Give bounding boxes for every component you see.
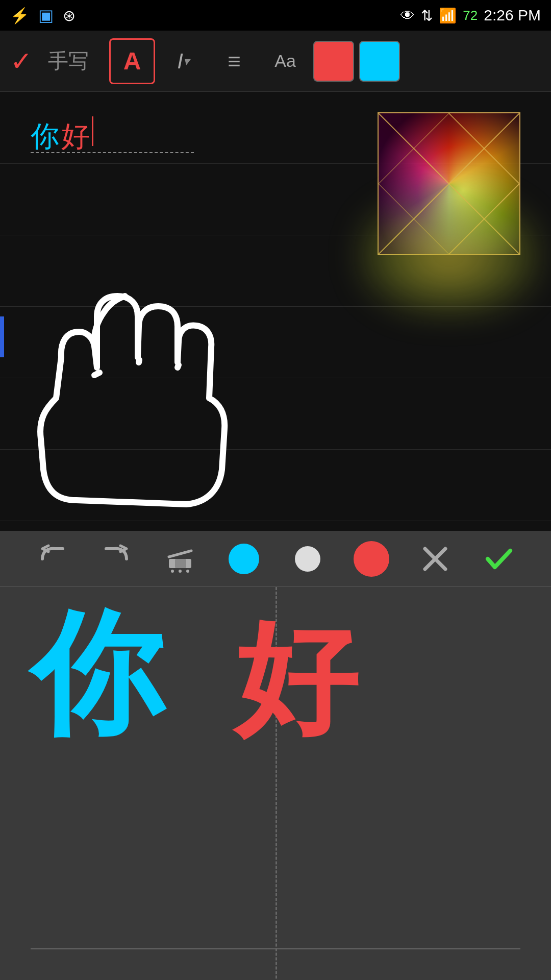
canvas-text-area: 你 好 (31, 116, 93, 156)
redo-button[interactable] (96, 538, 137, 579)
teal-dot (229, 544, 259, 574)
text-underline (31, 152, 194, 153)
italic-button[interactable]: I ▾ (160, 38, 206, 84)
cancel-icon (420, 544, 450, 574)
canvas-area: 你 好 (0, 92, 551, 531)
hand-cursor-illustration (15, 255, 260, 521)
hw-char-hao: 好 (235, 618, 357, 740)
svg-line-12 (169, 551, 191, 557)
svg-line-8 (139, 360, 139, 362)
color-glow (357, 194, 541, 316)
color-teal-button[interactable] (223, 538, 264, 579)
redo-icon (101, 544, 132, 574)
red-dot (354, 541, 389, 577)
usb-icon: ⚡ (10, 7, 29, 24)
erase-icon (165, 544, 195, 574)
h-line-6 (0, 521, 551, 521)
svg-point-15 (186, 570, 189, 573)
clock: 2:26 PM (484, 7, 541, 24)
wifi-icon: ⊛ (63, 7, 76, 24)
confirm-icon (484, 544, 514, 574)
font-style-button[interactable]: A (109, 38, 155, 84)
svg-rect-11 (175, 559, 186, 568)
align-button[interactable]: ≡ (211, 38, 257, 84)
italic-chevron: ▾ (183, 54, 189, 68)
font-size-button[interactable]: Aa (262, 38, 308, 84)
hw-baseline (31, 948, 520, 949)
color-red-button[interactable] (351, 538, 392, 579)
svg-line-7 (94, 373, 99, 375)
svg-point-13 (171, 570, 174, 573)
handwriting-panel: 你 好 (0, 531, 551, 980)
undo-button[interactable] (32, 538, 73, 579)
text-cursor (92, 116, 93, 146)
toolbar-title: 手写 (48, 47, 89, 75)
font-btn-label: A (123, 47, 141, 75)
sync-icon: ⇅ (421, 7, 433, 24)
confirm-hw-button[interactable] (479, 538, 519, 579)
italic-btn-label: I (177, 49, 183, 74)
hw-char-ni: 你 (31, 607, 163, 740)
erase-button[interactable] (160, 538, 201, 579)
battery-level: 72 (463, 8, 478, 23)
text-color-cyan-button[interactable] (359, 41, 400, 82)
svg-point-14 (179, 570, 182, 573)
white-dot (295, 546, 320, 572)
canvas-char-ni: 你 (31, 117, 59, 156)
left-accent-line (0, 316, 4, 357)
hw-canvas[interactable]: 你 好 (0, 587, 551, 980)
cancel-hw-button[interactable] (415, 538, 456, 579)
status-bar: ⚡ ▣ ⊛ 👁 ⇅ 📶 72 2:26 PM (0, 0, 551, 31)
eye-icon: 👁 (400, 7, 415, 24)
undo-icon (37, 544, 68, 574)
status-icons-right: 👁 ⇅ 📶 72 2:26 PM (400, 7, 541, 24)
hw-toolbar (0, 531, 551, 587)
app-icon: ▣ (38, 6, 54, 25)
signal-icon: 📶 (439, 7, 457, 24)
align-btn-label: ≡ (228, 48, 241, 74)
text-color-red-button[interactable] (313, 41, 354, 82)
svg-line-9 (178, 365, 179, 368)
confirm-check-button[interactable]: ✓ (10, 46, 33, 77)
status-icons-left: ⚡ ▣ ⊛ (10, 6, 76, 25)
font-size-label: Aa (274, 51, 296, 71)
color-white-button[interactable] (287, 538, 328, 579)
canvas-char-hao: 好 (61, 117, 90, 156)
toolbar: ✓ 手写 A I ▾ ≡ Aa ∨ (0, 31, 551, 92)
